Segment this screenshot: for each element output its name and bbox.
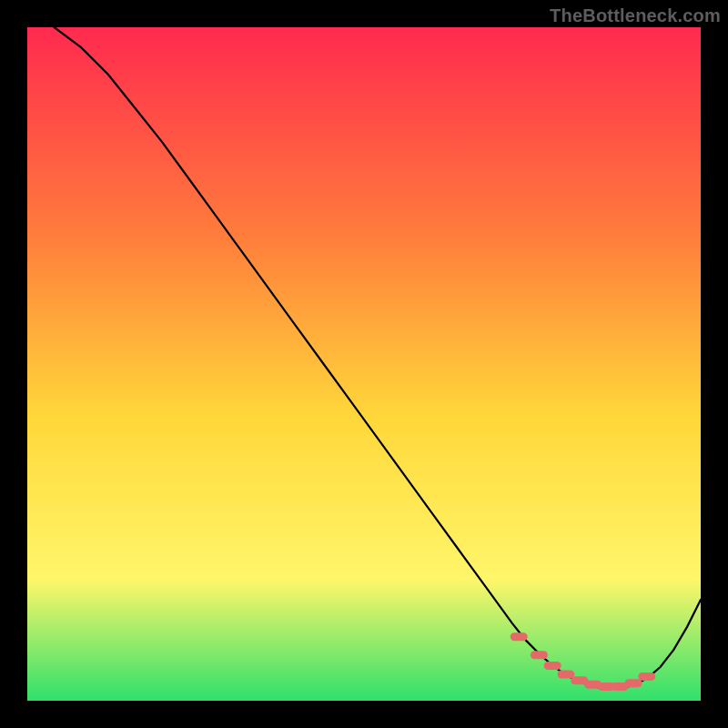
chart-svg — [27, 27, 701, 701]
plot-area — [27, 27, 701, 701]
gradient-background — [27, 27, 701, 701]
watermark-text: TheBottleneck.com — [550, 5, 721, 26]
chart-stage: TheBottleneck.com — [0, 0, 728, 728]
